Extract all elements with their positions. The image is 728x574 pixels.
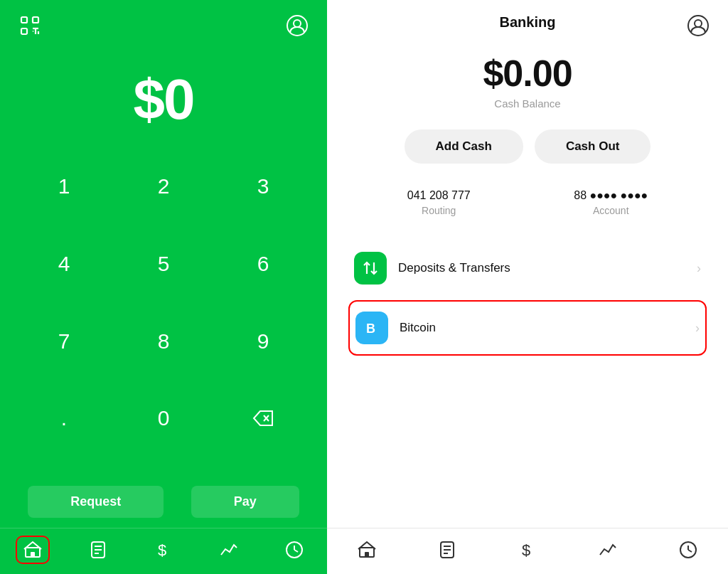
action-row: Request Pay: [0, 477, 327, 528]
deposits-transfers-item[interactable]: Deposits & Transfers ›: [348, 242, 707, 294]
profile-icon-right[interactable]: [685, 13, 711, 38]
left-balance: $0: [0, 67, 327, 132]
right-content: $0.00 Cash Balance Add Cash Cash Out 041…: [327, 38, 728, 528]
cash-balance-amount: $0.00: [483, 52, 572, 95]
menu-list: Deposits & Transfers › B Bitcoin ›: [348, 242, 707, 361]
right-top-bar: Banking: [327, 0, 728, 38]
account-info: 88 ●●●● ●●●● Account: [574, 189, 648, 216]
svg-line-35: [688, 550, 692, 552]
routing-number: 041 208 777: [407, 189, 471, 202]
svg-text:$: $: [522, 541, 530, 559]
right-bottom-nav: $: [327, 528, 728, 574]
right-title: Banking: [500, 14, 556, 31]
nav-chart-right[interactable]: [591, 536, 625, 564]
cash-actions: Add Cash Cash Out: [405, 129, 651, 164]
numpad-dot[interactable]: .: [14, 393, 114, 444]
deposits-label: Deposits & Transfers: [398, 261, 697, 275]
nav-home-right[interactable]: [350, 536, 384, 564]
routing-info: 041 208 777 Routing: [407, 189, 471, 216]
svg-point-22: [695, 20, 702, 27]
bank-info: 041 208 777 Routing 88 ●●●● ●●●● Account: [348, 189, 707, 216]
bitcoin-chevron: ›: [695, 321, 700, 336]
scan-icon[interactable]: [17, 13, 43, 38]
bitcoin-label: Bitcoin: [400, 321, 695, 335]
svg-rect-1: [33, 17, 38, 23]
svg-rect-12: [31, 552, 35, 557]
numpad-5[interactable]: 5: [114, 238, 213, 289]
numpad-backspace[interactable]: [213, 393, 313, 444]
account-number: 88 ●●●● ●●●●: [574, 189, 648, 202]
numpad-3[interactable]: 3: [213, 161, 313, 212]
nav-activity-right[interactable]: [430, 536, 464, 564]
svg-rect-27: [365, 552, 369, 557]
nav-clock-left[interactable]: [277, 536, 311, 564]
numpad-8[interactable]: 8: [114, 316, 213, 367]
svg-rect-2: [21, 28, 27, 34]
deposits-chevron: ›: [697, 261, 701, 276]
numpad-0[interactable]: 0: [114, 393, 213, 444]
profile-icon-left[interactable]: [284, 13, 310, 38]
svg-rect-0: [21, 17, 27, 23]
deposits-icon: [354, 252, 387, 285]
bitcoin-icon: B: [355, 312, 388, 344]
nav-chart-left[interactable]: [212, 536, 246, 564]
nav-activity-left[interactable]: [81, 536, 115, 564]
svg-line-20: [294, 550, 298, 552]
numpad-4[interactable]: 4: [14, 238, 114, 289]
svg-text:B: B: [366, 321, 375, 336]
request-button[interactable]: Request: [28, 486, 164, 518]
numpad: 1 2 3 4 5 6 7 8 9 . 0: [0, 161, 327, 470]
right-panel: Banking $0.00 Cash Balance Add Cash Cash…: [327, 0, 728, 574]
numpad-7[interactable]: 7: [14, 316, 114, 367]
left-top-bar: [0, 0, 327, 46]
svg-point-8: [294, 20, 301, 27]
svg-text:$: $: [158, 541, 166, 559]
numpad-6[interactable]: 6: [213, 238, 313, 289]
bitcoin-item[interactable]: B Bitcoin ›: [348, 300, 707, 356]
nav-home-left[interactable]: [16, 536, 50, 564]
pay-button[interactable]: Pay: [191, 486, 299, 518]
numpad-2[interactable]: 2: [114, 161, 213, 212]
left-bottom-nav: $: [0, 528, 327, 574]
numpad-9[interactable]: 9: [213, 316, 313, 367]
cash-balance-label: Cash Balance: [494, 97, 560, 110]
account-label: Account: [574, 205, 648, 216]
cash-out-button[interactable]: Cash Out: [535, 129, 651, 164]
nav-dollar-right[interactable]: $: [510, 536, 545, 564]
nav-clock-right[interactable]: [671, 536, 705, 564]
add-cash-button[interactable]: Add Cash: [405, 129, 523, 164]
routing-label: Routing: [407, 205, 471, 216]
numpad-1[interactable]: 1: [14, 161, 114, 212]
nav-dollar-left[interactable]: $: [146, 536, 181, 564]
left-panel: $0 1 2 3 4 5 6 7 8 9 . 0 Request Pay: [0, 0, 327, 574]
